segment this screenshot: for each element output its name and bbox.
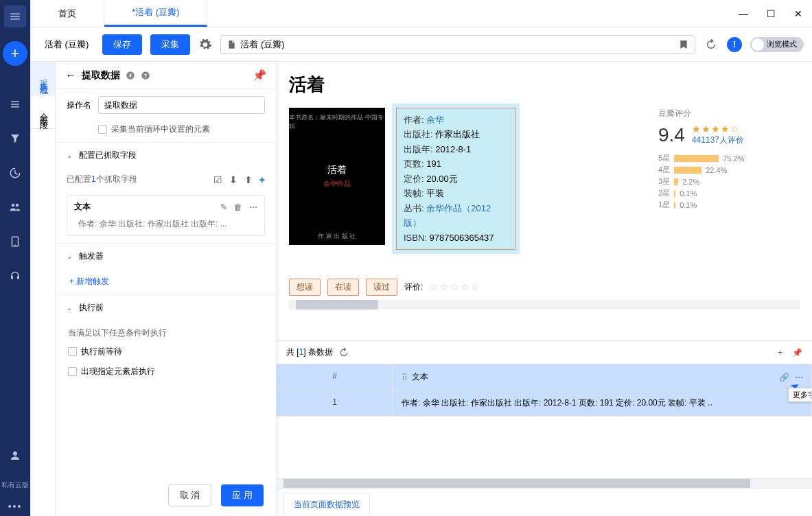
section-fields: ⌄ 配置已抓取字段 已配置1个抓取字段 ☑ ⬇ ⬆ + 文本: [56, 142, 276, 243]
wait-checkbox[interactable]: [68, 347, 77, 356]
nav-filter-icon[interactable]: [4, 128, 26, 150]
field-more-icon[interactable]: ⋯: [249, 202, 257, 212]
preview-horizontal-scrollbar[interactable]: [289, 300, 800, 309]
field-name: 文本: [74, 201, 91, 213]
window-minimize-button[interactable]: —: [730, 0, 757, 27]
menu-toggle-button[interactable]: [4, 5, 26, 27]
url-bar[interactable]: 活着 (豆瓣): [220, 35, 695, 54]
rating-bar-row: 4星22.4%: [658, 165, 800, 175]
col-attach-icon[interactable]: 🔗: [779, 373, 789, 382]
panel-actions: 取 消 应 用: [168, 484, 264, 506]
nav-list-icon[interactable]: [4, 93, 26, 115]
rate-label: 评价:: [404, 281, 423, 293]
side-tab-flow[interactable]: 采集流程: [31, 62, 55, 95]
add-trigger-link[interactable]: + 新增触发: [56, 269, 276, 294]
alert-icon[interactable]: !: [727, 37, 742, 52]
apply-button[interactable]: 应 用: [221, 484, 264, 506]
tab-home[interactable]: 首页: [31, 0, 104, 27]
field-item[interactable]: 文本 ✎ 🗑 ⋯ 作者: 余华 出版社: 作家出版社 出版年: ...: [67, 195, 265, 236]
url-display: 活着 (豆瓣): [240, 38, 284, 51]
new-task-button[interactable]: +: [3, 41, 27, 66]
data-pin-button[interactable]: 📌: [792, 348, 802, 357]
content: 采集流程 全部字段 ← 提取数据 📌 操作名 采集当前循环中设置的元素: [31, 62, 812, 516]
save-button[interactable]: 保存: [102, 34, 142, 55]
api-icon[interactable]: [126, 71, 135, 80]
settings-icon[interactable]: [198, 38, 212, 51]
fields-summary: 已配置1个抓取字段 ☑ ⬇ ⬆ +: [56, 168, 276, 191]
section-before-header[interactable]: ⌄ 执行前: [56, 295, 276, 320]
nav-team-icon[interactable]: [4, 196, 26, 218]
drag-handle-icon[interactable]: ⠿: [402, 373, 408, 382]
window-close-button[interactable]: ✕: [785, 0, 812, 27]
rating-box: 豆瓣评分 9.4 ★★★★☆ 441137人评价 5星75.2%4星22.4%3…: [649, 108, 800, 250]
section-fields-title: 配置已抓取字段: [79, 150, 137, 161]
nav-schedule-icon[interactable]: [4, 162, 26, 184]
user-icon[interactable]: [4, 445, 26, 467]
toolbar: 活着 (豆瓣) 保存 采集 活着 (豆瓣) ! 浏览模式: [31, 27, 812, 62]
bookmark-icon[interactable]: [678, 39, 689, 50]
rate-stars-input[interactable]: ☆☆☆☆☆: [430, 281, 481, 292]
page-preview: 活着 本书原名：最末时期的作品 中国专辑 活着 余华作品 作 家 出 版 社 作…: [277, 62, 812, 340]
back-button[interactable]: ←: [65, 69, 76, 82]
preview-column: 活着 本书原名：最末时期的作品 中国专辑 活着 余华作品 作 家 出 版 社 作…: [277, 62, 812, 516]
rating-bar-row: 5星75.2%: [658, 153, 800, 163]
tab-task[interactable]: *活着 (豆瓣): [104, 0, 207, 27]
read-status-row: 想读 在读 读过 评价: ☆☆☆☆☆: [289, 279, 800, 296]
rating-bar-row: 3星2.2%: [658, 176, 800, 187]
data-refresh-icon[interactable]: [338, 347, 349, 358]
more-menu-button[interactable]: •••: [8, 501, 23, 512]
op-name-row: 操作名: [56, 89, 276, 121]
data-preview-tab[interactable]: 当前页面数据预览: [283, 493, 370, 516]
row-index: 1: [277, 390, 393, 416]
data-table: # ⠿ 文本 🔗 ⋯ ➤ 更多字段 1: [277, 364, 812, 417]
reading-button[interactable]: 在读: [327, 279, 359, 296]
window-maximize-button[interactable]: ☐: [757, 0, 785, 27]
rating-count[interactable]: 441137人评价: [692, 134, 744, 146]
col-text-header[interactable]: ⠿ 文本 🔗 ⋯ ➤ 更多字段: [393, 364, 812, 390]
loop-checkbox[interactable]: [98, 125, 107, 134]
nav-support-icon[interactable]: [4, 265, 26, 287]
read-button[interactable]: 读过: [366, 279, 397, 296]
section-trigger-header[interactable]: ⌄ 触发器: [56, 244, 276, 269]
field-delete-icon[interactable]: 🗑: [234, 202, 242, 212]
help-icon[interactable]: [141, 71, 150, 80]
fields-upload-icon[interactable]: ⬆: [244, 174, 253, 185]
want-read-button[interactable]: 想读: [289, 279, 321, 296]
op-name-input[interactable]: [98, 96, 265, 114]
fields-edit-icon[interactable]: ☑: [213, 174, 222, 185]
elem-check-row[interactable]: 出现指定元素后执行: [56, 362, 276, 382]
book-title: 活着: [289, 73, 800, 97]
field-edit-icon[interactable]: ✎: [220, 202, 227, 212]
collect-button[interactable]: 采集: [150, 34, 190, 55]
wait-check-row[interactable]: 执行前等待: [56, 342, 276, 362]
fields-add-button[interactable]: +: [259, 174, 265, 185]
data-horizontal-scrollbar[interactable]: [277, 478, 812, 488]
elem-checkbox[interactable]: [68, 367, 77, 376]
cancel-button[interactable]: 取 消: [168, 484, 212, 506]
data-add-button[interactable]: +: [778, 348, 782, 357]
panel-title: 提取数据: [82, 69, 120, 82]
left-navbar: + 私有云版 •••: [0, 0, 30, 516]
pin-button[interactable]: 📌: [253, 69, 266, 82]
data-preview-section: 共 [1] 条数据 + 📌 # ⠿ 文本 🔗: [277, 340, 812, 516]
fields-download-icon[interactable]: ⬇: [229, 174, 237, 185]
condition-text: 当满足以下任意条件时执行: [56, 320, 276, 342]
op-name-label: 操作名: [67, 99, 91, 111]
table-row[interactable]: 1 作者: 余华 出版社: 作家出版社 出版年: 2012-8-1 页数: 19…: [277, 390, 812, 417]
window-controls: — ☐ ✕: [730, 0, 812, 27]
col-index-header: #: [277, 364, 393, 390]
task-name: 活着 (豆瓣): [39, 38, 94, 51]
side-tab-fields[interactable]: 全部字段: [31, 95, 55, 129]
browse-mode-toggle[interactable]: 浏览模式: [750, 37, 804, 52]
loop-check-row[interactable]: 采集当前循环中设置的元素: [56, 121, 276, 142]
nav-device-icon[interactable]: [4, 231, 26, 253]
loop-check-label: 采集当前循环中设置的元素: [111, 124, 210, 135]
book-meta-selected[interactable]: 作者: 余华 出版社: 作家出版社 出版年: 2012-8-1 页数: 191 …: [396, 108, 515, 250]
rating-bar-row: 2星0.1%: [658, 188, 800, 198]
rating-score: 9.4: [658, 124, 685, 146]
refresh-button[interactable]: [704, 37, 719, 52]
toggle-label: 浏览模式: [767, 39, 797, 49]
rating-bar-row: 1星0.1%: [658, 200, 800, 210]
tabs-bar: 首页 *活着 (豆瓣) — ☐ ✕: [31, 0, 812, 27]
section-fields-header[interactable]: ⌄ 配置已抓取字段: [56, 143, 276, 168]
